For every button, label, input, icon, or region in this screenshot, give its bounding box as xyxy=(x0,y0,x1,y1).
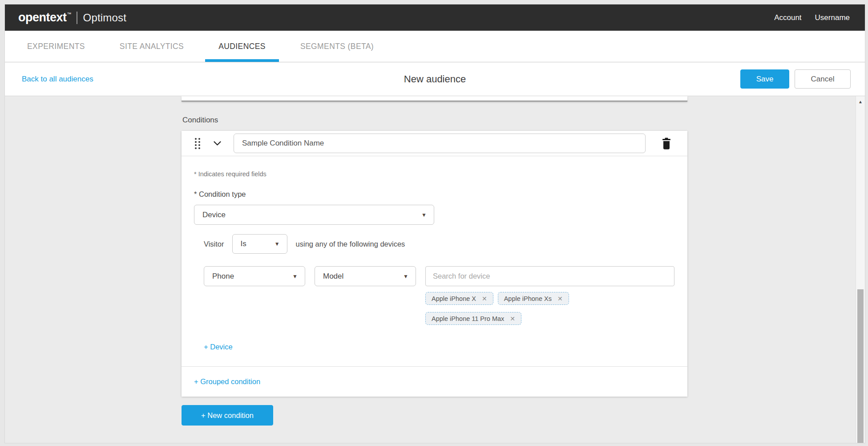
previous-card-bottom-edge xyxy=(182,96,687,101)
dropdown-arrow-icon: ▼ xyxy=(292,274,298,279)
device-attribute-select[interactable]: Model ▼ xyxy=(315,266,416,286)
opentext-optimost-logo: opentext™ Optimost xyxy=(18,11,126,24)
drag-handle-icon[interactable] xyxy=(195,138,200,149)
device-tag: Apple iPhone 11 Pro Max ✕ xyxy=(425,312,521,325)
device-tag: Apple iPhone Xs ✕ xyxy=(498,292,569,305)
device-search-column: Apple iPhone X ✕ Apple iPhone Xs ✕ Apple… xyxy=(425,266,674,325)
device-type-value: Phone xyxy=(212,272,234,281)
top-bar: opentext™ Optimost Account Username xyxy=(5,4,865,31)
opentext-wordmark: opentext xyxy=(18,11,67,24)
operator-select[interactable]: Is ▼ xyxy=(232,234,287,254)
username-menu[interactable]: Username xyxy=(815,13,850,22)
conditions-section-label: Conditions xyxy=(182,116,218,125)
dropdown-arrow-icon: ▼ xyxy=(403,274,408,279)
tab-audiences[interactable]: AUDIENCES xyxy=(218,31,266,62)
remove-tag-icon[interactable]: ✕ xyxy=(510,316,515,322)
new-condition-button[interactable]: + New condition xyxy=(182,405,273,426)
device-tag-label: Apple iPhone X xyxy=(432,295,476,302)
page-header: Back to all audiences New audience Save … xyxy=(5,62,865,96)
condition-name-input[interactable] xyxy=(234,134,646,153)
cancel-button[interactable]: Cancel xyxy=(795,69,851,89)
tab-experiments[interactable]: EXPERIMENTS xyxy=(27,31,85,62)
trash-icon xyxy=(662,138,671,150)
condition-type-value: Device xyxy=(202,211,226,219)
condition-type-select[interactable]: Device ▼ xyxy=(194,205,434,225)
header-actions: Save Cancel xyxy=(740,69,851,89)
vertical-scrollbar[interactable]: ▲ xyxy=(856,96,865,443)
account-menu[interactable]: Account xyxy=(774,13,801,22)
add-grouped-condition-link[interactable]: + Grouped condition xyxy=(194,377,260,386)
remove-tag-icon[interactable]: ✕ xyxy=(482,296,487,302)
save-button[interactable]: Save xyxy=(740,69,789,89)
logo-divider xyxy=(77,12,77,24)
operator-value: Is xyxy=(241,239,246,248)
visitor-label: Visitor xyxy=(204,240,224,248)
trademark-symbol: ™ xyxy=(67,12,72,16)
back-to-audiences-link[interactable]: Back to all audiences xyxy=(22,75,93,84)
dropdown-arrow-icon: ▼ xyxy=(421,212,427,218)
device-tag: Apple iPhone X ✕ xyxy=(425,292,493,305)
device-selection-row: Phone ▼ Model ▼ Apple iPhone X ✕ xyxy=(204,266,675,325)
optimost-app: opentext™ Optimost Account Username EXPE… xyxy=(5,4,865,443)
device-tag-label: Apple iPhone 11 Pro Max xyxy=(432,315,504,322)
scrollbar-thumb[interactable] xyxy=(857,289,864,443)
device-type-select[interactable]: Phone ▼ xyxy=(204,266,305,286)
device-search-input[interactable] xyxy=(425,266,674,286)
required-fields-note: * Indicates required fields xyxy=(194,170,675,178)
device-tags-row-1: Apple iPhone X ✕ Apple iPhone Xs ✕ xyxy=(425,292,674,305)
scroll-up-arrow-icon[interactable]: ▲ xyxy=(856,99,865,104)
condition-type-label: * Condition type xyxy=(194,190,675,199)
page-title: New audience xyxy=(404,73,466,85)
chevron-down-icon xyxy=(214,141,221,146)
main-nav-tabs: EXPERIMENTS SITE ANALYTICS AUDIENCES SEG… xyxy=(5,31,865,62)
device-tag-label: Apple iPhone Xs xyxy=(504,295,552,302)
device-attribute-value: Model xyxy=(323,272,343,281)
condition-card-body: * Indicates required fields * Condition … xyxy=(182,156,687,366)
clause-text: using any of the following devices xyxy=(296,240,405,248)
device-tags-row-2: Apple iPhone 11 Pro Max ✕ xyxy=(425,312,674,325)
collapse-condition-button[interactable] xyxy=(214,141,221,146)
remove-tag-icon[interactable]: ✕ xyxy=(557,296,563,302)
condition-card: * Indicates required fields * Condition … xyxy=(182,131,687,397)
condition-card-header xyxy=(182,131,687,156)
content-area: Conditions * Indi xyxy=(5,96,865,443)
tab-site-analytics[interactable]: SITE ANALYTICS xyxy=(120,31,184,62)
product-name: Optimost xyxy=(83,12,127,24)
topbar-right: Account Username xyxy=(774,13,850,22)
add-device-link[interactable]: + Device xyxy=(204,343,233,351)
tab-segments-beta[interactable]: SEGMENTS (BETA) xyxy=(300,31,374,62)
condition-card-footer: + Grouped condition xyxy=(182,366,687,397)
dropdown-arrow-icon: ▼ xyxy=(275,241,280,247)
delete-condition-button[interactable] xyxy=(662,138,671,150)
screenshot-frame: opentext™ Optimost Account Username EXPE… xyxy=(0,0,868,446)
visitor-clause-row: Visitor Is ▼ using any of the following … xyxy=(204,234,675,254)
